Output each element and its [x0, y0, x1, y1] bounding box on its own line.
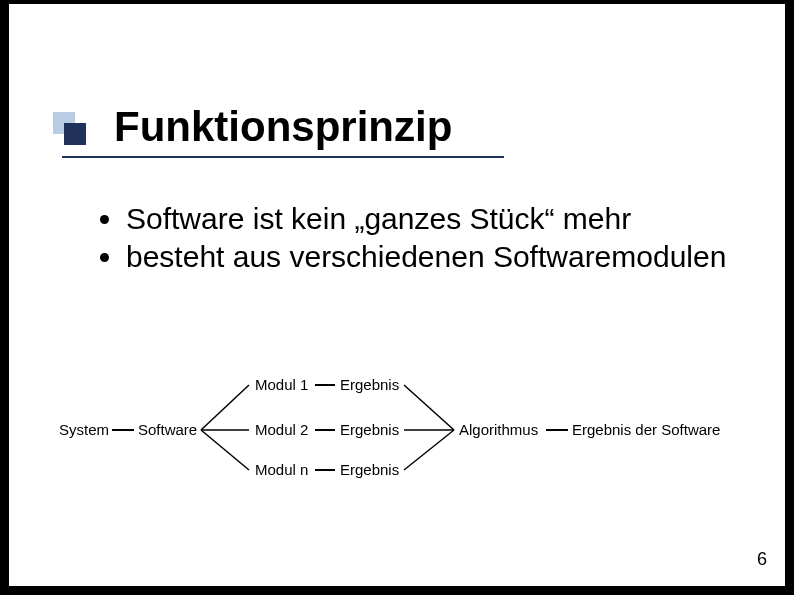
- diagram-fanout-icon: [199, 377, 259, 477]
- title-short-rule: [62, 156, 120, 158]
- svg-line-3: [404, 385, 454, 430]
- diagram-node-module: Modul n: [255, 461, 308, 478]
- diagram-node-final: Ergebnis der Software: [572, 421, 720, 438]
- slide-title-wrap: Funktionsprinzip: [114, 103, 452, 151]
- bullet-item: Software ist kein „ganzes Stück“ mehr: [94, 200, 734, 238]
- slide-body: Software ist kein „ganzes Stück“ mehr be…: [94, 200, 734, 277]
- diagram-connector: [315, 384, 335, 386]
- diagram-connector: [112, 429, 134, 431]
- diagram-node-result: Ergebnis: [340, 461, 399, 478]
- diagram-node-algorithm: Algorithmus: [459, 421, 538, 438]
- diagram-node-module: Modul 2: [255, 421, 308, 438]
- slide: Funktionsprinzip Software ist kein „ganz…: [9, 4, 785, 586]
- diagram-connector: [315, 469, 335, 471]
- diagram-connector: [315, 429, 335, 431]
- diagram-node-software: Software: [138, 421, 197, 438]
- diagram-connector: [546, 429, 568, 431]
- title-underline: [114, 156, 504, 158]
- diagram-node-result: Ergebnis: [340, 376, 399, 393]
- svg-line-2: [201, 430, 249, 470]
- diagram-node-module: Modul 1: [255, 376, 308, 393]
- title-marker-square-dark: [64, 123, 86, 145]
- diagram-fanin-icon: [399, 377, 459, 477]
- diagram-node-system: System: [59, 421, 109, 438]
- svg-line-5: [404, 430, 454, 470]
- diagram: System Software Modul 1 Modul 2 Modul n …: [59, 374, 739, 484]
- slide-title: Funktionsprinzip: [114, 103, 452, 151]
- diagram-node-result: Ergebnis: [340, 421, 399, 438]
- page-number: 6: [757, 549, 767, 570]
- svg-line-0: [201, 385, 249, 430]
- bullet-item: besteht aus verschiedenen Softwaremodule…: [94, 238, 734, 276]
